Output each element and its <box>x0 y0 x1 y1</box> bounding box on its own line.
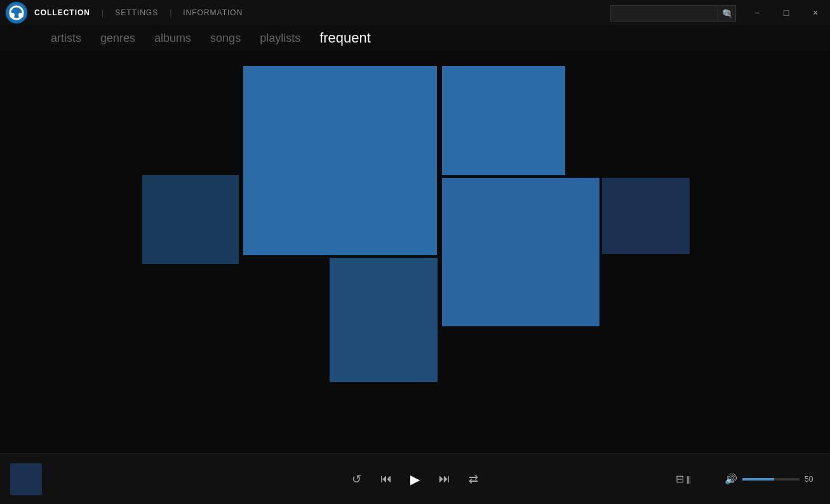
shuffle-button[interactable]: ⇄ <box>465 470 483 488</box>
nav-collection[interactable]: COLLECTION <box>34 8 90 17</box>
minimize-button[interactable]: − <box>742 0 772 25</box>
volume-slider[interactable] <box>742 478 800 481</box>
tabbar: artists genres albums songs playlists fr… <box>0 25 830 51</box>
tab-playlists[interactable]: playlists <box>260 29 300 48</box>
player-bar: ↺ ⏮ ▶ ⏭ ⇄ ⊟ ||| 🔊 50 <box>0 453 830 504</box>
svg-point-2 <box>10 13 15 18</box>
titlebar: COLLECTION | SETTINGS | INFORMATION 🔍 ⧉ … <box>0 0 830 25</box>
close-button[interactable]: × <box>801 0 830 25</box>
svg-point-0 <box>6 2 27 23</box>
nav-settings[interactable]: SETTINGS <box>115 8 158 17</box>
equalizer-button[interactable]: ⊟ ||| <box>676 473 690 485</box>
window-controls: ⧉ − □ × <box>713 0 830 25</box>
volume-number: 50 <box>805 475 820 484</box>
app-logo <box>5 1 28 24</box>
play-button[interactable]: ▶ <box>406 470 424 488</box>
svg-point-3 <box>18 13 23 18</box>
tile-button[interactable]: ⧉ <box>713 0 742 25</box>
volume-icon[interactable]: 🔊 <box>725 473 737 485</box>
volume-section: 🔊 50 <box>725 473 820 485</box>
album-block-4[interactable] <box>442 178 599 326</box>
tab-genres[interactable]: genres <box>100 29 135 48</box>
equalizer-icon: ⊟ <box>676 473 684 485</box>
prev-button[interactable]: ⏮ <box>377 470 395 488</box>
now-playing-thumbnail <box>10 463 42 495</box>
tab-artists[interactable]: artists <box>51 29 81 48</box>
equalizer-bars-icon: ||| <box>686 475 690 484</box>
nav-links: COLLECTION | SETTINGS | INFORMATION <box>34 8 243 17</box>
tab-frequent[interactable]: frequent <box>319 27 371 49</box>
next-button[interactable]: ⏭ <box>436 470 453 488</box>
repeat-button[interactable]: ↺ <box>348 470 366 488</box>
album-block-5[interactable] <box>602 178 690 254</box>
album-block-1[interactable] <box>243 66 437 255</box>
search-input[interactable] <box>610 5 718 22</box>
album-block-2[interactable] <box>442 66 565 175</box>
album-block-3[interactable] <box>142 175 239 264</box>
tab-songs[interactable]: songs <box>210 29 241 48</box>
player-controls: ↺ ⏮ ▶ ⏭ ⇄ <box>348 470 483 488</box>
main-content <box>0 51 830 453</box>
nav-information[interactable]: INFORMATION <box>183 8 243 17</box>
album-block-6[interactable] <box>330 258 438 382</box>
volume-fill <box>742 478 774 481</box>
maximize-button[interactable]: □ <box>772 0 801 25</box>
tab-albums[interactable]: albums <box>154 29 191 48</box>
